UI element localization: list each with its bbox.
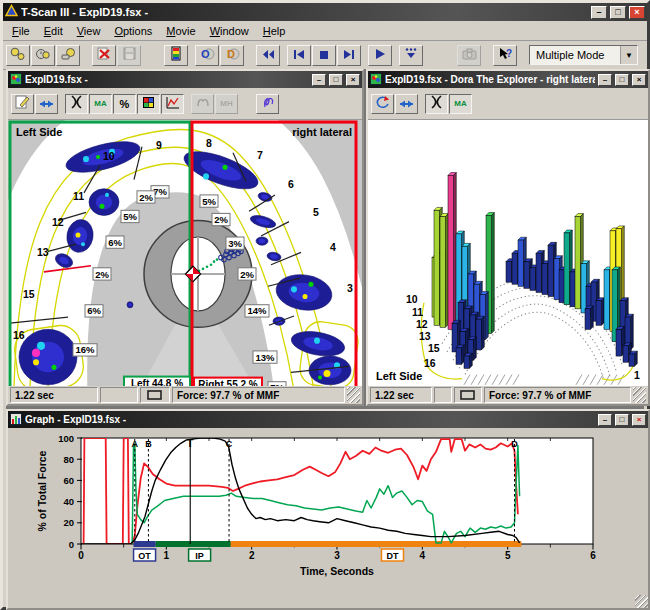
svg-text:13: 13 [419,330,431,342]
window-3d-maximize-button[interactable]: □ [615,74,629,86]
svg-text:11: 11 [412,306,423,318]
svg-text:D: D [227,48,235,60]
color-grid-icon [142,96,155,112]
context-help-button[interactable]: ? [493,45,517,66]
ma-toggle-button[interactable]: MA [449,94,472,114]
svg-text:6%: 6% [87,305,101,316]
color-legend-button[interactable] [164,45,188,66]
main-titlebar: T-Scan III - ExpID19.fsx - – □ × [3,3,647,21]
window-graph-minimize-button[interactable]: – [598,414,612,426]
two-d-window-button[interactable]: O [195,45,219,66]
sens-handle-button-3[interactable] [56,45,80,66]
blank-cell [100,387,138,403]
svg-text:40: 40 [63,496,74,507]
svg-text:1: 1 [164,550,170,561]
sens-handle-button-1[interactable] [6,45,30,66]
resize-grip[interactable] [633,387,646,403]
camera-button[interactable] [457,45,481,66]
color-legend-icon [171,46,181,64]
menu-item-file[interactable]: File [5,24,37,38]
svg-text:14%: 14% [248,305,267,316]
arch-view-button[interactable] [425,94,448,114]
svg-text:16: 16 [424,357,436,369]
window-graph-title: Graph - ExpID19.fsx - [25,414,595,425]
close-button[interactable]: × [629,6,645,19]
delete-icon [97,47,111,63]
resize-grip[interactable] [347,387,360,403]
mh-button[interactable]: MH [215,94,238,114]
window-2d-close-button[interactable]: × [346,74,360,86]
arch-view-button[interactable] [65,94,88,114]
force-time-graph[interactable]: 0204060801000123456ABTCDOTIPDTTime, Seco… [8,428,648,608]
svg-text:8: 8 [206,137,212,149]
first-frame-icon [292,48,306,63]
rotate-view-button[interactable] [371,94,394,114]
graph-thumbnail-button[interactable] [161,94,184,114]
resize-grip[interactable] [635,595,648,608]
play-options-button[interactable] [399,45,423,66]
window-3d-minimize-button[interactable]: – [598,74,612,86]
ma-label: MA [94,99,106,108]
percent-toggle-button[interactable]: % [113,94,136,114]
svg-text:B: B [145,439,152,449]
camera-icon [462,48,477,63]
svg-text:6: 6 [288,178,294,190]
mh-icon: MH [220,99,232,108]
play-button[interactable] [368,45,392,66]
last-frame-icon [342,48,356,63]
svg-text:2%: 2% [95,268,109,279]
teeth-chart-button[interactable] [191,94,214,114]
menu-item-help[interactable]: Help [256,24,293,38]
menu-item-view[interactable]: View [70,24,108,38]
mode-dropdown[interactable]: Multiple Mode ▼ [529,45,638,65]
menu-item-edit[interactable]: Edit [37,24,70,38]
color-grid-button[interactable] [137,94,160,114]
svg-text:Left Side: Left Side [376,370,422,382]
rewind-button[interactable] [256,45,280,66]
svg-text:20: 20 [63,517,74,528]
save-button[interactable] [117,45,141,66]
force-time-button[interactable] [256,94,279,114]
menu-item-options[interactable]: Options [107,24,159,38]
three-d-icon: D [224,47,240,64]
force-3d-view[interactable]: 101112131516Left Side1 [368,120,648,386]
delete-frame-button[interactable] [92,45,116,66]
sens-handle-button-2[interactable] [31,45,55,66]
svg-text:16: 16 [13,328,25,340]
menu-item-window[interactable]: Window [203,24,256,38]
mdi-client-area: ExpID19.fsx - – □ × MA % MH [6,69,644,604]
svg-text:?: ? [506,48,512,59]
swap-view-button[interactable] [395,94,418,114]
last-frame-button[interactable] [337,45,361,66]
stop-button[interactable] [312,45,336,66]
svg-text:0: 0 [69,539,74,550]
svg-text:9: 9 [156,139,162,151]
play-icon [374,48,386,63]
swap-view-button[interactable] [35,94,58,114]
edit-notes-button[interactable] [11,94,34,114]
window-2d-statusbar: 1.22 sec Force: 97.7 % of MMF [8,386,362,404]
sensor-clock-icon [35,47,51,64]
help-icon: ? [498,47,513,63]
main-window: T-Scan III - ExpID19.fsx - – □ × FileEdi… [0,0,650,610]
chevron-down-icon[interactable]: ▼ [620,46,637,64]
window-3d-close-button[interactable]: × [632,74,646,86]
window-3d-toolbar: MA [368,88,648,120]
svg-text:C: C [226,439,233,449]
window-graph-titlebar: Graph - ExpID19.fsx - – □ × [8,411,648,428]
window-graph-maximize-button[interactable]: □ [615,414,629,426]
window-2d-minimize-button[interactable]: – [312,74,326,86]
ma-toggle-button[interactable]: MA [89,94,112,114]
window-2d-maximize-button[interactable]: □ [329,74,343,86]
occlusal-2d-view[interactable]: 91011121315168765437%2%5%6%2%6%16%5%2%3%… [8,120,362,386]
maximize-button[interactable]: □ [610,6,626,19]
three-d-window-button[interactable]: D [220,45,244,66]
window-graph-close-button[interactable]: × [632,414,646,426]
squiggle-icon [261,95,275,112]
percent-label: % [120,98,130,110]
first-frame-button[interactable] [287,45,311,66]
menu-item-movie[interactable]: Movie [159,24,202,38]
svg-text:Left Side: Left Side [16,126,62,138]
time-readout: 1.22 sec [370,387,432,403]
minimize-button[interactable]: – [591,6,607,19]
